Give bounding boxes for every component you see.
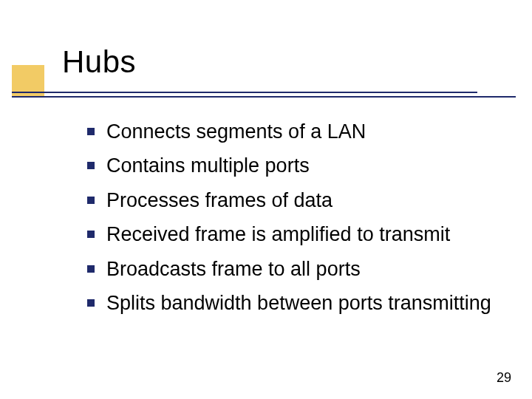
list-item: Processes frames of data bbox=[87, 187, 502, 214]
list-item: Connects segments of a LAN bbox=[87, 118, 502, 145]
title-underline-short bbox=[12, 92, 477, 93]
list-item-text: Received frame is amplified to transmit bbox=[106, 221, 450, 248]
square-bullet-icon bbox=[87, 299, 95, 307]
bullet-list: Connects segments of a LAN Contains mult… bbox=[87, 118, 502, 324]
slide: Hubs Connects segments of a LAN Contains… bbox=[0, 0, 532, 399]
square-bullet-icon bbox=[87, 162, 95, 169]
list-item-text: Contains multiple ports bbox=[106, 152, 310, 179]
square-bullet-icon bbox=[87, 265, 95, 273]
square-bullet-icon bbox=[87, 231, 95, 238]
list-item: Splits bandwidth between ports transmitt… bbox=[87, 290, 502, 316]
slide-title: Hubs bbox=[62, 44, 136, 80]
list-item: Broadcasts frame to all ports bbox=[87, 256, 502, 282]
square-bullet-icon bbox=[87, 128, 95, 135]
list-item: Received frame is amplified to transmit bbox=[87, 221, 502, 248]
title-underline-long bbox=[12, 96, 516, 98]
list-item-text: Connects segments of a LAN bbox=[106, 118, 366, 145]
list-item-text: Broadcasts frame to all ports bbox=[106, 256, 361, 282]
list-item-text: Processes frames of data bbox=[106, 187, 332, 214]
square-bullet-icon bbox=[87, 197, 95, 204]
list-item-text: Splits bandwidth between ports transmitt… bbox=[106, 290, 491, 316]
list-item: Contains multiple ports bbox=[87, 152, 502, 179]
slide-number: 29 bbox=[497, 370, 511, 386]
